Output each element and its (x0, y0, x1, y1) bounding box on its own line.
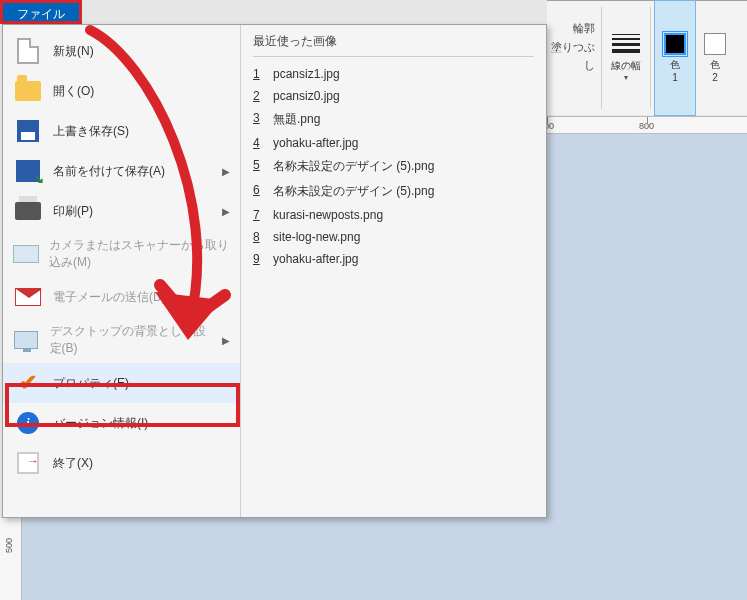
menu-item-desktop-background[interactable]: デスクトップの背景として設定(B) ▶ (3, 317, 240, 363)
chevron-down-icon: ▾ (624, 73, 628, 82)
menu-label: 印刷(P) (53, 203, 93, 220)
ribbon-labels: 輪郭 塗りつぶし (547, 1, 597, 115)
color2-button[interactable]: 色 2 (695, 1, 735, 115)
line-width-button[interactable]: 線の幅 ▾ (606, 1, 646, 115)
open-folder-icon (13, 77, 43, 105)
submenu-arrow-icon: ▶ (222, 206, 230, 217)
horizontal-ruler: 700 800 (547, 116, 747, 134)
color1-button[interactable]: 色 1 (655, 1, 695, 115)
file-tab[interactable]: ファイル (0, 0, 82, 24)
recent-file-name: 無題.png (273, 111, 320, 128)
fill-label: 塗りつぶし (549, 38, 595, 75)
file-menu-list: 新規(N) 開く(O) 上書き保存(S) 名前を付けて保存(A) ▶ 印刷(P)… (3, 25, 241, 517)
line-width-label: 線の幅 (611, 59, 641, 73)
ruler-tick: 800 (639, 121, 654, 131)
exit-icon (13, 449, 43, 477)
vertical-ruler: 500 (0, 518, 22, 600)
recent-file-item[interactable]: 7kurasi-newposts.png (253, 204, 534, 226)
recent-file-item[interactable]: 3無題.png (253, 107, 534, 132)
recent-file-item[interactable]: 6名称未設定のデザイン (5).png (253, 179, 534, 204)
line-width-icon (612, 34, 640, 53)
menu-label: 終了(X) (53, 455, 93, 472)
color2-swatch (704, 33, 726, 55)
divider (601, 7, 602, 109)
file-menu-dropdown: 新規(N) 開く(O) 上書き保存(S) 名前を付けて保存(A) ▶ 印刷(P)… (2, 24, 547, 518)
recent-file-item[interactable]: 8site-log-new.png (253, 226, 534, 248)
print-icon (13, 197, 43, 225)
recent-file-name: yohaku-after.jpg (273, 136, 358, 150)
ribbon-section: 輪郭 塗りつぶし 線の幅 ▾ 色 1 色 2 (547, 0, 747, 115)
menu-item-scan[interactable]: カメラまたはスキャナーから取り込み(M) (3, 231, 240, 277)
menu-label: 開く(O) (53, 83, 94, 100)
recent-file-name: pcansiz1.jpg (273, 67, 340, 81)
recent-file-name: pcansiz0.jpg (273, 89, 340, 103)
recent-file-name: yohaku-after.jpg (273, 252, 358, 266)
color2-label: 色 2 (710, 58, 720, 83)
menu-item-email[interactable]: 電子メールの送信(D) (3, 277, 240, 317)
menu-item-save-as[interactable]: 名前を付けて保存(A) ▶ (3, 151, 240, 191)
color1-label: 色 1 (670, 58, 680, 83)
recent-files-panel: 最近使った画像 1pcansiz1.jpg 2pcansiz0.jpg 3無題.… (241, 25, 546, 517)
recent-file-item[interactable]: 5名称未設定のデザイン (5).png (253, 154, 534, 179)
mail-icon (13, 283, 43, 311)
color1-swatch (664, 33, 686, 55)
recent-file-name: 名称未設定のデザイン (5).png (273, 183, 434, 200)
menu-label: 新規(N) (53, 43, 94, 60)
submenu-arrow-icon: ▶ (222, 166, 230, 177)
recent-file-name: kurasi-newposts.png (273, 208, 383, 222)
divider (650, 7, 651, 109)
submenu-arrow-icon: ▶ (222, 335, 230, 346)
recent-files-header: 最近使った画像 (253, 33, 534, 57)
canvas[interactable] (0, 518, 747, 600)
save-icon (13, 117, 43, 145)
menu-item-open[interactable]: 開く(O) (3, 71, 240, 111)
menu-label: 上書き保存(S) (53, 123, 129, 140)
recent-files-list: 1pcansiz1.jpg 2pcansiz0.jpg 3無題.png 4yoh… (253, 63, 534, 270)
annotation-highlight-box (5, 383, 240, 427)
ruler-tick: 500 (4, 538, 14, 553)
menu-label: 名前を付けて保存(A) (53, 163, 165, 180)
recent-file-item[interactable]: 1pcansiz1.jpg (253, 63, 534, 85)
file-tab-label: ファイル (17, 7, 65, 21)
menu-label: デスクトップの背景として設定(B) (50, 323, 213, 357)
recent-file-item[interactable]: 2pcansiz0.jpg (253, 85, 534, 107)
menu-label: 電子メールの送信(D) (53, 289, 166, 306)
recent-file-name: site-log-new.png (273, 230, 360, 244)
outline-label: 輪郭 (549, 19, 595, 38)
menu-item-print[interactable]: 印刷(P) ▶ (3, 191, 240, 231)
recent-file-name: 名称未設定のデザイン (5).png (273, 158, 434, 175)
menu-item-save[interactable]: 上書き保存(S) (3, 111, 240, 151)
menu-label: カメラまたはスキャナーから取り込み(M) (49, 237, 230, 271)
save-as-icon (13, 157, 43, 185)
scanner-icon (13, 240, 39, 268)
recent-file-item[interactable]: 4yohaku-after.jpg (253, 132, 534, 154)
menu-item-new[interactable]: 新規(N) (3, 31, 240, 71)
desktop-icon (13, 326, 40, 354)
recent-file-item[interactable]: 9yohaku-after.jpg (253, 248, 534, 270)
new-file-icon (13, 37, 43, 65)
menu-item-exit[interactable]: 終了(X) (3, 443, 240, 483)
